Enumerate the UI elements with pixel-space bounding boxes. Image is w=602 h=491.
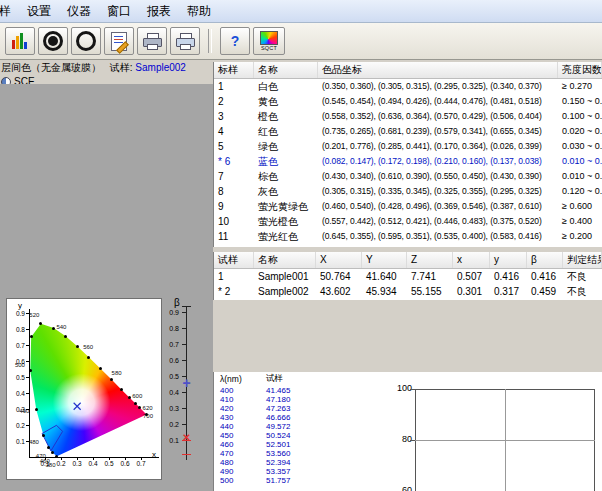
chart-gridline-vertical — [505, 389, 506, 491]
cell-Z: 55.155 — [407, 284, 453, 299]
beta-tick — [182, 328, 187, 329]
cell-chromaticity: (0.735, 0.265), (0.681, 0.239), (0.579, … — [318, 124, 558, 139]
y-tick-label: 0.2 — [9, 422, 25, 429]
samples-row[interactable]: * 2Sample00243.60245.93455.1550.3010.317… — [214, 284, 602, 299]
beta-tick — [182, 312, 187, 313]
cell-standard-id: 8 — [214, 184, 254, 199]
cell-standard-name: 白色 — [254, 79, 318, 94]
chart-ytick-100: 100 — [391, 383, 412, 393]
color-scale-button[interactable] — [5, 27, 35, 55]
beta-tick-label: 0.7 — [160, 341, 179, 348]
cell-Y: 41.640 — [362, 269, 407, 284]
spectral-row: 44049.572 — [214, 422, 391, 431]
locus-dot-560 — [87, 356, 90, 359]
menu-item-report[interactable]: 报表 — [139, 1, 179, 22]
cell-reflectance: 52.501 — [266, 440, 290, 449]
color-bars-icon — [12, 33, 29, 49]
menu-item-instrument[interactable]: 仪器 — [59, 1, 99, 22]
header-result: 判定结果 — [563, 252, 602, 268]
x-tick-label: 0.3 — [71, 460, 83, 467]
sqct-label: SQCT — [261, 45, 277, 51]
samples-table: 试样 名称 X Y Z x y β 判定结果 1Sample00150.7644… — [213, 252, 602, 300]
beta-sample-marker: + — [180, 378, 193, 388]
cell-chromaticity: (0.460, 0.540), (0.428, 0.496), (0.369, … — [318, 199, 558, 214]
standards-row[interactable]: 7棕色(0.430, 0.340), (0.610, 0.390), (0.55… — [214, 169, 602, 184]
standards-row[interactable]: 5绿色(0.201, 0.776), (0.285, 0.441), (0.17… — [214, 139, 602, 154]
cell-reflectance: 53.560 — [266, 449, 290, 458]
standards-row[interactable]: 4红色(0.735, 0.265), (0.681, 0.239), (0.57… — [214, 124, 602, 139]
spectral-row: 42047.263 — [214, 404, 391, 413]
beta-tick — [182, 344, 187, 345]
cell-chromaticity: (0.545, 0.454), (0.494, 0.426), (0.444, … — [318, 94, 558, 109]
standards-row[interactable]: 9萤光黄绿色(0.460, 0.540), (0.428, 0.496), (0… — [214, 199, 602, 214]
standards-row[interactable]: 11萤光红色(0.645, 0.355), (0.595, 0.351), (0… — [214, 229, 602, 244]
beta-tick-label: 0.3 — [160, 405, 179, 412]
y-tick — [26, 409, 29, 410]
y-tick-label: 0.5 — [9, 374, 25, 381]
header-chromaticity: 色品坐标 — [318, 62, 558, 78]
print-button[interactable] — [137, 27, 167, 55]
standards-row[interactable]: 3橙色(0.558, 0.352), (0.636, 0.364), (0.57… — [214, 109, 602, 124]
cell-Y: 45.934 — [362, 284, 407, 299]
locus-dot-570 — [99, 367, 102, 370]
cell-sample-id: 1 — [214, 269, 254, 284]
beta-scale: β 0.90.80.70.60.50.40.30.20.1+✕ — [160, 298, 212, 478]
spectral-row: 41047.180 — [214, 395, 391, 404]
cell-wavelength: 440 — [220, 422, 258, 431]
locus-wavelength-label: 480 — [29, 439, 39, 445]
cell-standard-name: 绿色 — [254, 139, 318, 154]
samples-row[interactable]: 1Sample00150.76441.6407.7410.5070.4160.4… — [214, 269, 602, 284]
current-sample-name[interactable]: Sample002 — [135, 62, 186, 73]
cell-reflectance: 46.666 — [266, 413, 290, 422]
cell-wavelength: 480 — [220, 458, 258, 467]
print-preview-button[interactable] — [170, 27, 200, 55]
cell-standard-id: 5 — [214, 139, 254, 154]
sample-label: 试样: — [110, 62, 133, 73]
standards-row[interactable]: 10萤光橙色(0.557, 0.442), (0.512, 0.421), (0… — [214, 214, 602, 229]
cell-chromaticity: (0.645, 0.355), (0.595, 0.351), (0.535, … — [318, 229, 558, 244]
menu-item-help[interactable]: 帮助 — [179, 1, 219, 22]
ring-circle-icon — [76, 31, 96, 51]
gamut-horseshoe — [29, 313, 157, 457]
help-button[interactable]: ? — [220, 27, 250, 55]
cell-beta: 0.459 — [527, 284, 563, 299]
spectral-row: 40041.465 — [214, 386, 391, 395]
standards-table-header: 标样 名称 色品坐标 亮度因数 — [214, 62, 602, 79]
standards-row[interactable]: 8灰色(0.305, 0.315), (0.335, 0.345), (0.32… — [214, 184, 602, 199]
locus-dot-550 — [76, 345, 79, 348]
spectral-chart: 100 80 60 — [391, 372, 602, 491]
info-bar: 层间色（无金属玻膜） 试样: Sample002 SCE — [0, 60, 213, 84]
y-tick — [26, 425, 29, 426]
chart-ytick-80: 80 — [391, 434, 412, 444]
cell-x: 0.507 — [453, 269, 490, 284]
sqct-button[interactable]: SQCT — [253, 27, 285, 55]
y-tick-label: 0.8 — [9, 326, 25, 333]
measure-standard-button[interactable] — [38, 27, 68, 55]
header-y: y — [490, 252, 527, 268]
y-tick-label: 0.6 — [9, 358, 25, 365]
measure-sample-button[interactable] — [71, 27, 101, 55]
cell-Z: 7.741 — [407, 269, 453, 284]
y-tick-label: 0.7 — [9, 342, 25, 349]
locus-dot-460 — [51, 451, 54, 454]
beta-tick-label: 0.2 — [160, 421, 179, 428]
cell-luminance: 0.100 ~ 0.300 — [558, 109, 602, 124]
locus-wavelength-label: 580 — [112, 370, 122, 376]
cell-luminance: 0.010 ~ 0.090 — [558, 169, 602, 184]
standards-row[interactable]: 1白色(0.350, 0.360), (0.305, 0.315), (0.29… — [214, 79, 602, 94]
beta-tick-label: 0.9 — [160, 309, 179, 316]
cell-luminance: 0.020 ~ 0.150 — [558, 124, 602, 139]
spectral-row: 48052.394 — [214, 458, 391, 467]
edit-report-button[interactable] — [104, 27, 134, 55]
spectral-row: 47053.560 — [214, 449, 391, 458]
cell-luminance: ≥ 0.600 — [558, 199, 602, 214]
y-tick — [26, 329, 29, 330]
cell-standard-id: 3 — [214, 109, 254, 124]
spectral-list: λ(nm) 试样 40041.46541047.18042047.2634304… — [213, 372, 391, 491]
locus-wavelength-label: 540 — [56, 324, 66, 330]
standards-row[interactable]: 2黄色(0.545, 0.454), (0.494, 0.426), (0.44… — [214, 94, 602, 109]
menu-item-settings[interactable]: 设置 — [19, 1, 59, 22]
standards-row[interactable]: * 6蓝色(0.082, 0.147), (0.172, 0.198), (0.… — [214, 154, 602, 169]
menu-item-window[interactable]: 窗口 — [99, 1, 139, 22]
menu-item-sample[interactable]: 样 — [0, 1, 19, 22]
